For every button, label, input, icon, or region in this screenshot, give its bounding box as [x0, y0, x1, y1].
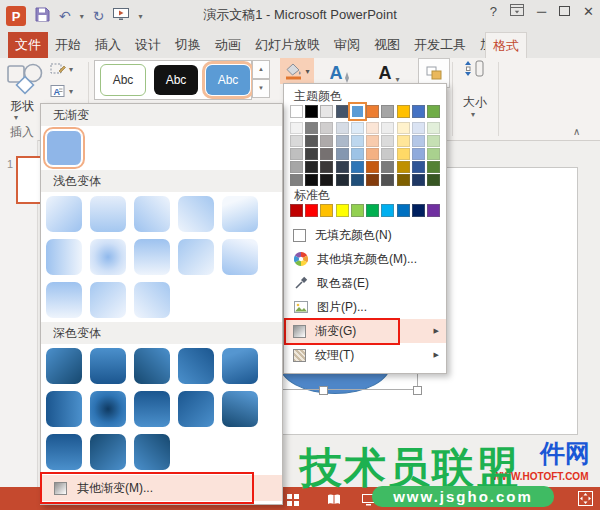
variant-swatch[interactable] — [427, 135, 440, 147]
gradient-swatch[interactable] — [46, 196, 82, 232]
variant-swatch[interactable] — [381, 148, 394, 160]
menu-item-eyedropper[interactable]: 取色器(E) — [284, 271, 446, 295]
variant-swatch[interactable] — [351, 122, 364, 134]
help-button[interactable]: ? — [490, 5, 497, 18]
menu-item-gradient[interactable]: 渐变(G)▶ — [284, 319, 446, 343]
menu-item-texture[interactable]: 纹理(T)▶ — [284, 343, 446, 367]
tab-视图[interactable]: 视图 — [367, 32, 407, 58]
menu-item-no-fill[interactable]: 无填充颜色(N) — [284, 223, 446, 247]
edit-shape-button[interactable]: ▾ — [50, 62, 73, 76]
gradient-swatch[interactable] — [222, 391, 258, 427]
variant-swatch[interactable] — [336, 174, 349, 186]
shape-fill-button[interactable]: ▾ — [280, 58, 314, 84]
variant-swatch[interactable] — [366, 122, 379, 134]
selection-handle[interactable] — [319, 386, 328, 395]
variant-swatch[interactable] — [305, 135, 318, 147]
variant-swatch[interactable] — [320, 174, 333, 186]
variant-swatch[interactable] — [290, 135, 303, 147]
standard-color-swatch[interactable] — [397, 204, 410, 217]
menu-item-color-wheel[interactable]: 其他填充颜色(M)... — [284, 247, 446, 271]
standard-color-swatch[interactable] — [305, 204, 318, 217]
undo-dropdown-icon[interactable]: ▾ — [80, 12, 84, 21]
variant-swatch[interactable] — [320, 148, 333, 160]
gradient-swatch[interactable] — [134, 196, 170, 232]
text-fill-button[interactable]: A — [324, 58, 356, 84]
theme-color-swatch[interactable] — [336, 105, 349, 118]
tab-幻灯片放映[interactable]: 幻灯片放映 — [248, 32, 327, 58]
variant-swatch[interactable] — [351, 161, 364, 173]
variant-swatch[interactable] — [427, 174, 440, 186]
variant-swatch[interactable] — [366, 148, 379, 160]
variant-swatch[interactable] — [366, 174, 379, 186]
gradient-swatch[interactable] — [134, 239, 170, 275]
variant-swatch[interactable] — [305, 174, 318, 186]
variant-swatch[interactable] — [290, 148, 303, 160]
theme-color-swatch[interactable] — [305, 105, 318, 118]
variant-swatch[interactable] — [290, 161, 303, 173]
gradient-swatch[interactable] — [134, 434, 170, 470]
theme-color-swatch[interactable] — [427, 105, 440, 118]
standard-color-swatch[interactable] — [381, 204, 394, 217]
size-dropdown-icon[interactable]: ▾ — [471, 110, 475, 119]
gradient-swatch[interactable] — [46, 348, 82, 384]
tab-file[interactable]: 文件 — [8, 32, 48, 58]
gradient-swatch[interactable] — [134, 282, 170, 318]
size-group-label[interactable]: 大小 — [452, 94, 498, 111]
gradient-swatch[interactable] — [46, 434, 82, 470]
variant-swatch[interactable] — [351, 135, 364, 147]
tab-format-active[interactable]: 格式 — [485, 32, 527, 58]
variant-swatch[interactable] — [336, 135, 349, 147]
shape-style-tile[interactable]: Abc — [206, 65, 250, 95]
variant-swatch[interactable] — [397, 135, 410, 147]
theme-color-swatch[interactable] — [351, 105, 364, 118]
text-box-dropdown-icon[interactable]: ▾ — [69, 87, 73, 96]
variant-swatch[interactable] — [412, 122, 425, 134]
tab-切换[interactable]: 切换 — [168, 32, 208, 58]
gradient-swatch[interactable] — [90, 282, 126, 318]
close-button[interactable]: ✕ — [583, 5, 594, 18]
gradient-swatch[interactable] — [178, 239, 214, 275]
shape-fill-dropdown-icon[interactable]: ▾ — [305, 67, 309, 76]
variant-swatch[interactable] — [305, 161, 318, 173]
gradient-swatch[interactable] — [46, 130, 82, 166]
theme-color-swatch[interactable] — [366, 105, 379, 118]
shape-style-tile[interactable]: Abc — [100, 64, 146, 96]
tab-插入[interactable]: 插入 — [88, 32, 128, 58]
variant-swatch[interactable] — [366, 135, 379, 147]
variant-swatch[interactable] — [397, 122, 410, 134]
variant-swatch[interactable] — [305, 122, 318, 134]
gradient-swatch[interactable] — [222, 196, 258, 232]
variant-swatch[interactable] — [336, 161, 349, 173]
tab-审阅[interactable]: 审阅 — [327, 32, 367, 58]
standard-color-swatch[interactable] — [351, 204, 364, 217]
variant-swatch[interactable] — [412, 161, 425, 173]
theme-color-swatch[interactable] — [290, 105, 303, 118]
text-outline-button[interactable]: A ▾ — [368, 58, 410, 84]
standard-color-swatch[interactable] — [290, 204, 303, 217]
menu-item-picture[interactable]: 图片(P)... — [284, 295, 446, 319]
insert-shapes-icon[interactable] — [6, 62, 44, 102]
selection-handle[interactable] — [413, 386, 422, 395]
variant-swatch[interactable] — [305, 148, 318, 160]
theme-color-swatch[interactable] — [412, 105, 425, 118]
maximize-button[interactable] — [559, 6, 570, 16]
gradient-swatch[interactable] — [134, 348, 170, 384]
theme-color-swatch[interactable] — [381, 105, 394, 118]
standard-color-swatch[interactable] — [336, 204, 349, 217]
gradient-swatch[interactable] — [178, 196, 214, 232]
variant-swatch[interactable] — [320, 122, 333, 134]
theme-color-swatch[interactable] — [397, 105, 410, 118]
gradient-swatch[interactable] — [46, 282, 82, 318]
minimize-button[interactable]: ─ — [537, 5, 546, 18]
text-box-button[interactable]: A ▾ — [50, 84, 73, 98]
standard-color-swatch[interactable] — [320, 204, 333, 217]
variant-swatch[interactable] — [336, 122, 349, 134]
variant-swatch[interactable] — [381, 122, 394, 134]
variant-swatch[interactable] — [351, 148, 364, 160]
powerpoint-logo[interactable]: P — [6, 6, 26, 26]
size-icon[interactable] — [461, 59, 487, 89]
shape-style-tile[interactable]: Abc — [154, 65, 198, 95]
theme-color-swatch[interactable] — [320, 105, 333, 118]
variant-swatch[interactable] — [397, 161, 410, 173]
variant-swatch[interactable] — [381, 161, 394, 173]
